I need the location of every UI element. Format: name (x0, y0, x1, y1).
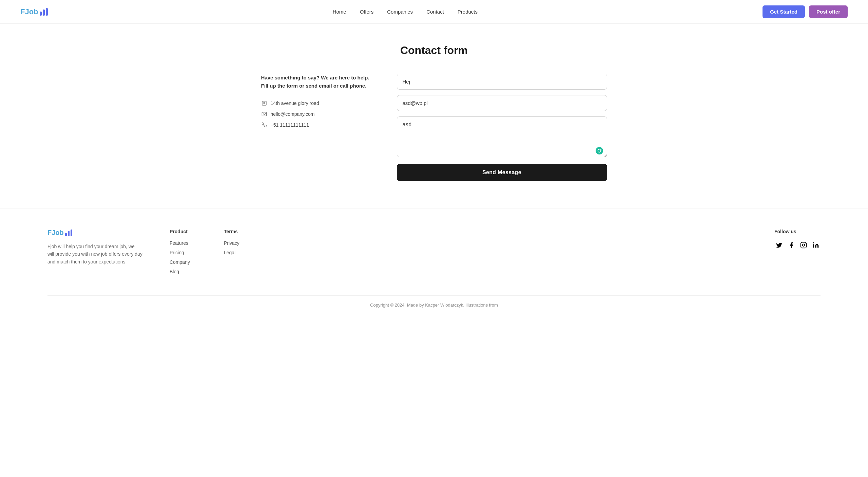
footer-link-pricing[interactable]: Pricing (170, 250, 190, 255)
email-text: hello@company.com (271, 111, 315, 117)
footer-logo-text: FJob (47, 229, 64, 237)
navbar: FJob Home Offers Companies Contact Produ… (0, 0, 868, 24)
logo-bar-3 (46, 8, 48, 16)
contact-phone: +51 11111111111 (261, 122, 370, 128)
phone-icon (261, 122, 267, 128)
footer-link-blog[interactable]: Blog (170, 269, 190, 274)
address-text: 14th avenue glory road (271, 100, 319, 106)
description-text: Have something to say? We are here to he… (261, 75, 369, 80)
contact-layout: Have something to say? We are here to he… (261, 74, 607, 181)
footer-terms-heading: Terms (224, 229, 239, 234)
nav-link-home[interactable]: Home (333, 9, 346, 15)
instagram-icon[interactable] (799, 240, 808, 250)
contact-address: 14th avenue glory road (261, 100, 370, 106)
footer-bar-1 (65, 233, 67, 236)
nav-links: Home Offers Companies Contact Products (333, 9, 478, 15)
logo-bars-icon (40, 8, 48, 16)
nav-link-companies[interactable]: Companies (387, 9, 413, 15)
contact-description: Have something to say? We are here to he… (261, 74, 370, 90)
twitter-icon[interactable] (774, 240, 784, 250)
linkedin-icon[interactable] (811, 240, 821, 250)
footer-links-section: Product Features Pricing Company Blog Te… (170, 229, 821, 278)
contact-info: Have something to say? We are here to he… (261, 74, 370, 133)
footer-product-heading: Product (170, 229, 190, 234)
logo-bar-2 (43, 10, 45, 16)
footer-tagline: Fjob will help you find your dream job, … (47, 243, 142, 265)
footer-brand: FJob Fjob will help you find your dream … (47, 229, 142, 278)
message-wrapper: asd (397, 116, 607, 159)
copyright-text: Copyright © 2024. Made by Kacper Wlodarc… (370, 302, 498, 308)
svg-point-4 (813, 242, 814, 243)
footer-link-company[interactable]: Company (170, 259, 190, 265)
svg-rect-2 (801, 242, 807, 248)
description-bold: Fill up the form or send email or call p… (261, 83, 367, 89)
footer-bar-3 (71, 230, 72, 236)
main-content: Contact form Have something to say? We a… (248, 24, 621, 208)
refresh-icon[interactable] (596, 147, 603, 154)
nav-actions: Get Started Post offer (763, 5, 848, 18)
contact-email: hello@company.com (261, 111, 370, 117)
footer-link-legal[interactable]: Legal (224, 250, 239, 255)
footer-link-privacy[interactable]: Privacy (224, 240, 239, 246)
footer: FJob Fjob will help you find your dream … (0, 208, 868, 321)
logo-bar-1 (40, 12, 42, 16)
nav-link-offers[interactable]: Offers (360, 9, 374, 15)
footer-bar-2 (68, 231, 70, 236)
message-textarea[interactable]: asd (397, 116, 607, 157)
name-input[interactable] (397, 74, 607, 90)
footer-follow-heading: Follow us (774, 229, 821, 234)
facebook-icon[interactable] (787, 240, 796, 250)
logo-text: FJob (20, 7, 38, 16)
post-offer-button[interactable]: Post offer (809, 5, 848, 18)
phone-text: +51 11111111111 (271, 122, 309, 128)
email-input[interactable] (397, 95, 607, 111)
email-icon (261, 111, 267, 117)
footer-terms-col: Terms Privacy Legal (224, 229, 239, 278)
footer-top: FJob Fjob will help you find your dream … (47, 229, 821, 278)
nav-link-products[interactable]: Products (458, 9, 478, 15)
logo[interactable]: FJob (20, 7, 48, 16)
footer-link-features[interactable]: Features (170, 240, 190, 246)
building-icon (261, 100, 267, 106)
footer-follow-col: Follow us (774, 229, 821, 278)
nav-link-contact[interactable]: Contact (426, 9, 444, 15)
contact-form: asd Send Message (397, 74, 607, 181)
footer-logo: FJob (47, 229, 142, 237)
social-icons (774, 240, 821, 250)
page-title: Contact form (261, 44, 607, 57)
send-message-button[interactable]: Send Message (397, 164, 607, 181)
footer-bottom: Copyright © 2024. Made by Kacper Wlodarc… (47, 295, 821, 308)
get-started-button[interactable]: Get Started (763, 5, 805, 18)
footer-logo-bars-icon (65, 230, 72, 236)
footer-product-col: Product Features Pricing Company Blog (170, 229, 190, 278)
